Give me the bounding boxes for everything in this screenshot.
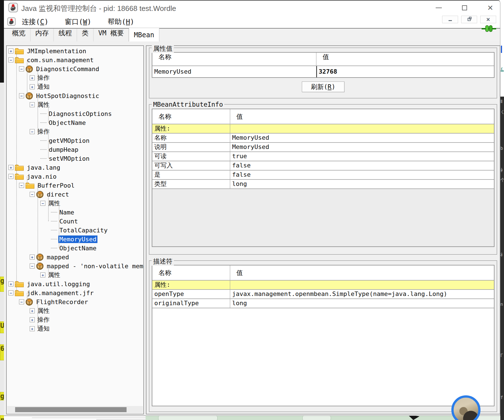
tree-item-mapped-non-volatile-memor[interactable]: −mapped - 'non-volatile memor: [7, 262, 143, 270]
menu-connection[interactable]: 连接(C): [22, 17, 48, 26]
tree-item-java-lang[interactable]: +java.lang: [7, 163, 143, 172]
tree-item-label: 属性: [36, 306, 51, 315]
tree-guide: [38, 96, 38, 131]
tree-item-label: 通知: [36, 82, 51, 91]
table-row[interactable]: 是false: [152, 170, 494, 179]
tree-item-direct[interactable]: −direct: [7, 190, 143, 199]
tree-item-TotalCapacity[interactable]: TotalCapacity: [7, 226, 143, 235]
tab-内存[interactable]: 内存: [31, 29, 54, 41]
tabs: 概览内存线程类VM 概要MBean: [7, 29, 159, 41]
tree-item-操作[interactable]: +操作: [7, 315, 143, 324]
tree-item-ObjectName[interactable]: ObjectName: [7, 118, 143, 127]
mbean-attribute-info-groupbox: MBeanAttributeInfo 名称值属性:名称MemoryUsed说明M…: [149, 104, 497, 255]
tree-guide: [27, 176, 27, 185]
expand-toggle-icon[interactable]: +: [30, 255, 35, 260]
collapse-toggle-icon[interactable]: −: [19, 66, 24, 71]
tab-mbean[interactable]: MBean: [129, 28, 159, 42]
menu-help[interactable]: 帮助(H): [108, 17, 134, 26]
collapse-toggle-icon[interactable]: −: [19, 183, 24, 188]
collapse-toggle-icon[interactable]: −: [19, 299, 24, 304]
frame-minimize-button[interactable]: [442, 16, 458, 23]
tree-item-属性[interactable]: −属性: [7, 100, 143, 109]
tree-item-mapped[interactable]: +mapped: [7, 253, 143, 262]
table-header-row: 名称值: [152, 265, 494, 280]
table-row[interactable]: 可读true: [152, 151, 494, 161]
minimize-icon: [449, 20, 452, 21]
expand-toggle-icon[interactable]: +: [8, 281, 13, 286]
tab-概览[interactable]: 概览: [7, 29, 31, 41]
mbean-tree-panel: +JMImplementation−com.sun.management−Dia…: [6, 45, 144, 414]
table-row[interactable]: 名称MemoryUsed: [152, 133, 494, 142]
window-maximize-button[interactable]: [460, 3, 469, 13]
collapse-toggle-icon[interactable]: −: [8, 174, 13, 179]
table-row[interactable]: 类型long: [152, 179, 494, 188]
tree-item-ObjectName[interactable]: ObjectName: [7, 244, 143, 253]
frame-close-button[interactable]: ×: [480, 16, 496, 23]
tree-item-Count[interactable]: Count: [7, 217, 143, 226]
expand-toggle-icon[interactable]: +: [40, 272, 45, 277]
tree-item-MemoryUsed[interactable]: MemoryUsed: [7, 235, 143, 244]
menu-window[interactable]: 窗口(W): [65, 17, 91, 26]
collapse-toggle-icon[interactable]: −: [19, 93, 24, 98]
expand-toggle-icon[interactable]: +: [30, 75, 35, 80]
collapse-toggle-icon[interactable]: −: [30, 102, 35, 107]
tree-guide: [38, 302, 38, 329]
tree-item-label: dumpHeap: [48, 146, 80, 153]
collapse-toggle-icon[interactable]: −: [8, 57, 13, 62]
tree-item-setVMOption[interactable]: setVMOption: [7, 154, 143, 163]
tab-类[interactable]: 类: [77, 29, 94, 41]
tree-item-JMImplementation[interactable]: +JMImplementation: [7, 46, 143, 55]
scrollbar-thumb[interactable]: [15, 407, 127, 412]
expand-toggle-icon[interactable]: +: [30, 84, 35, 89]
frame-restore-button[interactable]: [461, 16, 477, 23]
tree-item-Name[interactable]: Name: [7, 208, 143, 217]
collapse-toggle-icon[interactable]: −: [30, 129, 35, 134]
tree-item-通知[interactable]: +通知: [7, 324, 143, 333]
titlebar: Java 监视和管理控制台 - pid: 18668 test.Wordle ✕: [4, 1, 500, 15]
tree-guide: [27, 293, 27, 302]
window-close-button[interactable]: ✕: [486, 3, 495, 13]
tree-horizontal-scrollbar[interactable]: [7, 406, 143, 413]
backdrop-left-gray-strip: [0, 83, 4, 420]
tree-item-属性[interactable]: +属性: [7, 270, 143, 279]
expand-toggle-icon[interactable]: +: [30, 317, 35, 322]
tabbar: 概览内存线程类VM 概要MBean: [4, 29, 500, 41]
tab-线程[interactable]: 线程: [54, 29, 77, 41]
tab-vm-概要[interactable]: VM 概要: [94, 29, 129, 41]
groupbox-title: 描述符: [152, 257, 174, 266]
table-row[interactable]: originalTypelong: [152, 298, 494, 308]
table-row[interactable]: openTypejavax.management.openmbean.Simpl…: [152, 289, 494, 298]
tree-guide: [48, 105, 49, 123]
tree-item-label: mapped - 'non-volatile memor: [46, 262, 143, 270]
window-minimize-button[interactable]: [434, 3, 444, 13]
backdrop-highlight-fragment: 6: [0, 344, 4, 360]
table-row[interactable]: 说明MemoryUsed: [152, 142, 494, 151]
tree-item-java-util-logging[interactable]: +java.util.logging: [7, 279, 143, 288]
expand-toggle-icon[interactable]: +: [8, 165, 13, 170]
tree-item-属性[interactable]: +属性: [7, 306, 143, 315]
tree-item-dumpHeap[interactable]: dumpHeap: [7, 145, 143, 154]
table-section-row[interactable]: 属性:: [152, 280, 494, 289]
expand-toggle-icon[interactable]: +: [8, 48, 13, 53]
table-row[interactable]: 可写入false: [152, 161, 494, 170]
tree-item-操作[interactable]: −操作: [7, 127, 143, 136]
groupbox-title: MBeanAttributeInfo: [152, 101, 224, 108]
expand-toggle-icon[interactable]: +: [30, 326, 35, 331]
tree-item-label: MemoryUsed: [58, 235, 97, 243]
tree-item-label: com.sun.management: [26, 56, 95, 64]
collapse-toggle-icon[interactable]: −: [40, 201, 45, 206]
tree-item-属性[interactable]: −属性: [7, 199, 143, 208]
collapse-toggle-icon[interactable]: −: [30, 192, 35, 197]
table-header-row: 名称值: [152, 109, 494, 124]
table-section-row[interactable]: 属性:: [152, 124, 494, 133]
table-row[interactable]: MemoryUsed32768: [152, 66, 494, 77]
refresh-button[interactable]: 刷新(R): [302, 81, 344, 92]
collapse-toggle-icon[interactable]: −: [8, 290, 13, 295]
tree-item-DiagnosticOptions[interactable]: DiagnosticOptions: [7, 109, 143, 118]
expand-toggle-icon[interactable]: +: [30, 308, 35, 313]
collapse-toggle-icon[interactable]: −: [30, 263, 35, 269]
close-icon: ✕: [487, 4, 493, 11]
screen: g U 6 g ng £ Ⅱ く b 衤 个 礻 n Γ f: [0, 0, 504, 420]
jconsole-window: Java 监视和管理控制台 - pid: 18668 test.Wordle ✕…: [4, 0, 500, 416]
tree-item-getVMOption[interactable]: getVMOption: [7, 136, 143, 145]
